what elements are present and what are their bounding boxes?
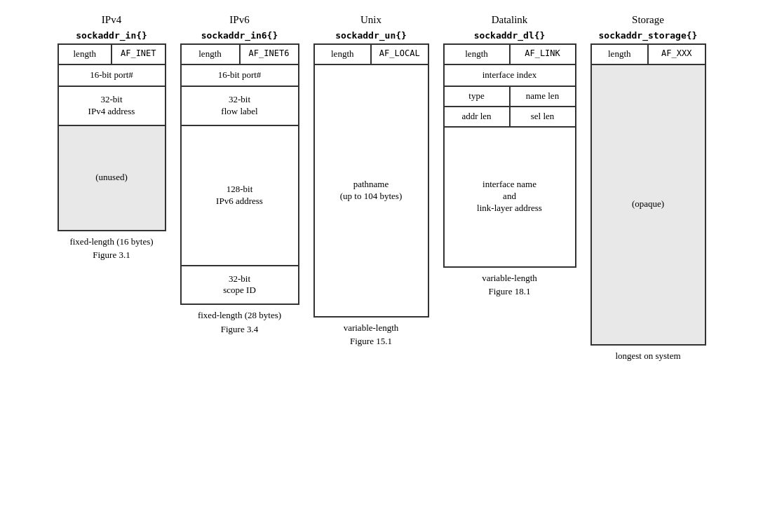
datalink-namelen: name len <box>510 86 576 107</box>
col-storage: Storage sockaddr_storage{} length AF_XXX… <box>590 14 706 362</box>
unix-caption-line1: variable-length <box>344 322 399 333</box>
storage-row1: length AF_XXX <box>591 44 705 64</box>
unix-length: length <box>314 44 372 64</box>
storage-opaque: (opaque) <box>591 64 705 345</box>
col-ipv6-title: IPv6 <box>229 14 249 26</box>
datalink-struct-box: length AF_LINK interface index type name… <box>443 43 576 268</box>
col-ipv4: IPv4 sockaddr_in{} length AF_INET 16-bit… <box>58 14 166 262</box>
ipv6-caption-line1: fixed-length (28 bytes) <box>198 310 281 320</box>
storage-length: length <box>591 44 649 64</box>
datalink-af-link: AF_LINK <box>510 44 576 64</box>
col-unix: Unix sockaddr_un{} length AF_LOCAL pathn… <box>313 14 429 348</box>
col-datalink-struct: sockaddr_dl{} <box>474 30 546 41</box>
unix-pathname: pathname (up to 104 bytes) <box>314 64 428 317</box>
unix-caption-line2: Figure 15.1 <box>350 336 392 346</box>
datalink-length: length <box>444 44 510 64</box>
datalink-row1: length AF_LINK <box>444 44 576 64</box>
ipv4-address: 32-bit IPv4 address <box>58 86 166 125</box>
datalink-sellen: sel len <box>510 107 576 127</box>
ipv6-caption: fixed-length (28 bytes) Figure 3.4 <box>198 308 281 336</box>
datalink-type: type <box>444 86 510 107</box>
datalink-caption-line1: variable-length <box>482 273 537 283</box>
ipv6-flow: 32-bit flow label <box>181 86 299 125</box>
ipv6-scope: 32-bit scope ID <box>181 266 299 305</box>
datalink-row3: type name len <box>444 86 576 107</box>
ipv4-row1: length AF_INET <box>58 44 166 64</box>
unix-af-local: AF_LOCAL <box>371 44 428 64</box>
ipv6-af-inet6: AF_INET6 <box>240 44 299 64</box>
col-ipv6: IPv6 sockaddr_in6{} length AF_INET6 16-b… <box>180 14 299 336</box>
col-datalink-title: Datalink <box>492 14 528 26</box>
ipv6-length: length <box>181 44 240 64</box>
col-storage-title: Storage <box>632 14 664 26</box>
ipv4-caption-line1: fixed-length (16 bytes) <box>69 236 153 247</box>
storage-caption: longest on system <box>615 349 680 363</box>
col-ipv4-title: IPv4 <box>102 14 121 26</box>
storage-caption-text: longest on system <box>615 350 680 361</box>
ipv4-port: 16-bit port# <box>58 64 166 86</box>
datalink-row4: addr len sel len <box>444 107 576 127</box>
col-unix-struct: sockaddr_un{} <box>335 30 407 41</box>
col-ipv4-struct: sockaddr_in{} <box>76 30 147 41</box>
ipv6-address: 128-bit IPv6 address <box>181 125 299 266</box>
datalink-caption: variable-length Figure 18.1 <box>482 271 537 299</box>
ipv6-port: 16-bit port# <box>181 64 299 86</box>
ipv4-length: length <box>58 44 112 64</box>
unix-struct-box: length AF_LOCAL pathname (up to 104 byte… <box>313 43 429 318</box>
datalink-addrlen: addr len <box>444 107 510 127</box>
ipv4-unused: (unused) <box>58 125 166 231</box>
ipv6-struct-box: length AF_INET6 16-bit port# 32-bit flow… <box>180 43 299 305</box>
col-unix-title: Unix <box>360 14 382 26</box>
datalink-caption-line2: Figure 18.1 <box>489 286 531 296</box>
col-storage-struct: sockaddr_storage{} <box>599 30 698 41</box>
diagram-container: IPv4 sockaddr_in{} length AF_INET 16-bit… <box>7 14 756 362</box>
ipv4-caption-line2: Figure 3.1 <box>93 250 130 260</box>
ipv4-af-inet: AF_INET <box>112 44 166 64</box>
col-ipv6-struct: sockaddr_in6{} <box>201 30 278 41</box>
unix-caption: variable-length Figure 15.1 <box>344 321 399 348</box>
unix-row1: length AF_LOCAL <box>314 44 428 64</box>
ipv6-row1: length AF_INET6 <box>181 44 299 64</box>
storage-af-xxx: AF_XXX <box>648 44 705 64</box>
ipv4-struct-box: length AF_INET 16-bit port# 32-bit IPv4 … <box>58 43 166 231</box>
storage-struct-box: length AF_XXX (opaque) <box>590 43 706 346</box>
datalink-ifindex: interface index <box>444 64 576 86</box>
col-datalink: Datalink sockaddr_dl{} length AF_LINK in… <box>443 14 576 299</box>
ipv4-caption: fixed-length (16 bytes) Figure 3.1 <box>69 235 153 262</box>
datalink-ifname: interface name and link-layer address <box>444 127 576 267</box>
ipv6-caption-line2: Figure 3.4 <box>221 324 258 334</box>
